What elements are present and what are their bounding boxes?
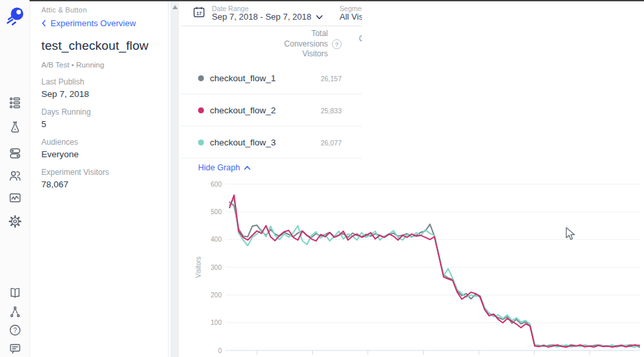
info-field-value: Everyone — [41, 149, 159, 159]
results-icon[interactable] — [9, 191, 22, 204]
separator-dot: • — [71, 61, 74, 69]
hide-graph-toggle[interactable]: Hide Graph — [198, 163, 251, 172]
experiment-info-panel: Attic & Button Experiments Overview test… — [30, 0, 169, 357]
info-field-value: 5 — [41, 119, 159, 129]
info-field: Last Publish Sep 7, 2018 — [41, 77, 159, 99]
scrollbar-up-arrow-icon[interactable] — [172, 5, 178, 9]
svg-text:400: 400 — [211, 236, 222, 243]
svg-text:?: ? — [13, 327, 17, 334]
project-name: Attic & Button — [41, 6, 159, 14]
optimizely-logo-icon[interactable] — [5, 5, 26, 26]
back-link-label: Experiments Overview — [50, 18, 136, 28]
svg-text:0: 0 — [218, 347, 222, 354]
info-field-label: Days Running — [41, 107, 159, 117]
help-icon[interactable]: ? — [9, 324, 22, 337]
column-header-label: Total Conversions Visitors — [284, 29, 328, 60]
series-line-checkout_flow_2 — [230, 195, 639, 347]
settings-icon[interactable] — [9, 215, 22, 228]
info-field: Experiment Visitors 78,067 — [41, 168, 159, 189]
experiment-type-status: A/B Test • Running — [41, 61, 159, 69]
chevron-left-icon — [41, 20, 47, 27]
audiences-icon[interactable] — [9, 169, 22, 182]
svg-text:100: 100 — [211, 319, 222, 326]
experiment-title: test_checkout_flow — [41, 39, 159, 53]
info-field-label: Audiences — [41, 138, 159, 147]
mouse-cursor-icon — [565, 227, 576, 241]
app-rail: ? — [0, 0, 30, 357]
info-field-label: Last Publish — [41, 77, 159, 86]
experiments-icon[interactable] — [9, 121, 22, 134]
workflow-icon[interactable] — [9, 305, 22, 318]
calendar-icon: 17 — [193, 6, 205, 21]
chevron-down-icon — [316, 15, 323, 20]
date-range-value: Sep 7, 2018 - Sep 7, 2018 — [212, 12, 312, 22]
variation-name: checkout_flow_3 — [210, 138, 276, 147]
results-main: 17 Date Range Sep 7, 2018 - Sep 7, 2018 … — [181, 0, 644, 357]
visitors-value: 25,833 — [276, 107, 342, 115]
y-axis-label: Visitors — [195, 257, 202, 278]
series-line-checkout_flow_3 — [230, 198, 639, 347]
projects-icon[interactable] — [9, 96, 22, 109]
scrollbar-track[interactable] — [171, 1, 179, 357]
variation-name: checkout_flow_1 — [210, 73, 276, 83]
info-field-value: Sep 7, 2018 — [41, 89, 159, 99]
help-question-icon[interactable]: ? — [332, 39, 342, 49]
date-range-filter[interactable]: 17 Date Range Sep 7, 2018 - Sep 7, 2018 — [193, 5, 323, 22]
variation-name: checkout_flow_2 — [210, 105, 276, 115]
svg-text:600: 600 — [211, 181, 222, 188]
svg-text:200: 200 — [211, 291, 222, 299]
window-top-edge — [30, 0, 644, 1]
chevron-up-icon — [244, 166, 251, 170]
column-header: Total Conversions Visitors ? — [276, 29, 342, 60]
info-field-label: Experiment Visitors — [41, 168, 159, 177]
info-field: Days Running 5 — [41, 107, 159, 129]
back-to-experiments-link[interactable]: Experiments Overview — [41, 18, 159, 28]
features-icon[interactable] — [9, 147, 22, 160]
hide-graph-label: Hide Graph — [198, 163, 240, 172]
feedback-icon[interactable] — [9, 342, 22, 355]
visitors-value: 26,077 — [276, 139, 342, 147]
info-field-value: 78,067 — [41, 179, 159, 189]
svg-text:17: 17 — [197, 11, 202, 16]
visitors-value: 26,157 — [276, 75, 342, 83]
status-badge: Running — [76, 61, 104, 69]
docs-icon[interactable] — [9, 286, 22, 299]
table-row[interactable]: checkout_flow_3 17,923 26,077 0.687 -0.9… — [181, 126, 644, 159]
variation-color-dot — [198, 75, 204, 81]
svg-text:300: 300 — [211, 264, 222, 271]
variation-color-dot — [198, 107, 204, 113]
variation-color-dot — [198, 140, 204, 145]
info-field: Audiences Everyone — [41, 138, 159, 159]
series-line-checkout_flow_1 — [230, 202, 639, 347]
panel-scrollbar[interactable] — [169, 0, 181, 357]
svg-text:500: 500 — [211, 208, 222, 216]
visitors-over-time-chart: 0100200300400500600Visitors — [181, 177, 644, 356]
